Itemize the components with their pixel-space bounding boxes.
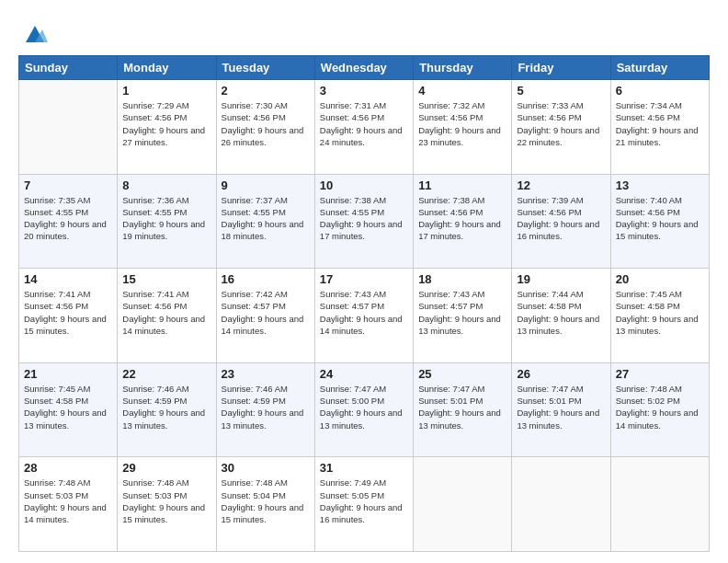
- day-info: Sunrise: 7:41 AMSunset: 4:56 PMDaylight:…: [122, 288, 210, 337]
- logo: [18, 20, 48, 46]
- day-info: Sunrise: 7:45 AMSunset: 4:58 PMDaylight:…: [24, 383, 112, 431]
- day-cell: 30Sunrise: 7:48 AMSunset: 5:04 PMDayligh…: [216, 457, 314, 552]
- day-cell: 2Sunrise: 7:30 AMSunset: 4:56 PMDaylight…: [216, 80, 314, 175]
- day-info: Sunrise: 7:45 AMSunset: 4:58 PMDaylight:…: [616, 288, 704, 337]
- day-info: Sunrise: 7:44 AMSunset: 4:58 PMDaylight:…: [517, 288, 605, 337]
- day-info: Sunrise: 7:43 AMSunset: 4:57 PMDaylight:…: [418, 288, 506, 337]
- day-number: 23: [222, 367, 310, 381]
- day-cell: 18Sunrise: 7:43 AMSunset: 4:57 PMDayligh…: [414, 269, 512, 363]
- day-info: Sunrise: 7:32 AMSunset: 4:56 PMDaylight:…: [418, 99, 506, 148]
- day-cell: [512, 457, 610, 552]
- day-info: Sunrise: 7:48 AMSunset: 5:02 PMDaylight:…: [616, 383, 704, 431]
- day-info: Sunrise: 7:37 AMSunset: 4:55 PMDaylight:…: [222, 194, 310, 243]
- week-row-4: 21Sunrise: 7:45 AMSunset: 4:58 PMDayligh…: [19, 362, 710, 457]
- day-number: 6: [616, 84, 704, 98]
- day-number: 13: [616, 178, 704, 192]
- day-number: 5: [517, 84, 605, 98]
- week-row-5: 28Sunrise: 7:48 AMSunset: 5:03 PMDayligh…: [19, 457, 710, 552]
- day-number: 1: [122, 84, 210, 98]
- weekday-header-thursday: Thursday: [414, 56, 512, 80]
- day-number: 21: [24, 367, 112, 381]
- week-row-1: 1Sunrise: 7:29 AMSunset: 4:56 PMDaylight…: [19, 80, 710, 175]
- logo-icon: [22, 20, 48, 46]
- weekday-header-sunday: Sunday: [19, 56, 118, 80]
- day-cell: 12Sunrise: 7:39 AMSunset: 4:56 PMDayligh…: [512, 174, 610, 269]
- day-number: 20: [616, 272, 704, 286]
- day-info: Sunrise: 7:43 AMSunset: 4:57 PMDaylight:…: [320, 288, 408, 337]
- day-cell: 22Sunrise: 7:46 AMSunset: 4:59 PMDayligh…: [118, 362, 216, 457]
- header: [18, 17, 710, 46]
- day-cell: 24Sunrise: 7:47 AMSunset: 5:00 PMDayligh…: [314, 362, 413, 457]
- day-info: Sunrise: 7:36 AMSunset: 4:55 PMDaylight:…: [122, 194, 210, 243]
- day-number: 25: [418, 367, 506, 381]
- day-number: 10: [320, 178, 408, 192]
- day-info: Sunrise: 7:47 AMSunset: 5:01 PMDaylight:…: [418, 383, 506, 431]
- week-row-2: 7Sunrise: 7:35 AMSunset: 4:55 PMDaylight…: [19, 174, 710, 269]
- day-number: 12: [517, 178, 605, 192]
- day-cell: 16Sunrise: 7:42 AMSunset: 4:57 PMDayligh…: [216, 269, 314, 363]
- day-number: 31: [320, 461, 408, 475]
- day-info: Sunrise: 7:46 AMSunset: 4:59 PMDaylight:…: [122, 383, 210, 431]
- day-cell: 26Sunrise: 7:47 AMSunset: 5:01 PMDayligh…: [512, 362, 610, 457]
- day-cell: 25Sunrise: 7:47 AMSunset: 5:01 PMDayligh…: [414, 362, 512, 457]
- calendar: SundayMondayTuesdayWednesdayThursdayFrid…: [18, 55, 710, 552]
- day-cell: 20Sunrise: 7:45 AMSunset: 4:58 PMDayligh…: [610, 269, 709, 363]
- day-cell: 4Sunrise: 7:32 AMSunset: 4:56 PMDaylight…: [414, 80, 512, 175]
- day-info: Sunrise: 7:48 AMSunset: 5:04 PMDaylight:…: [222, 477, 310, 525]
- day-cell: 7Sunrise: 7:35 AMSunset: 4:55 PMDaylight…: [19, 174, 118, 269]
- day-number: 16: [222, 272, 310, 286]
- day-number: 24: [320, 367, 408, 381]
- day-cell: 5Sunrise: 7:33 AMSunset: 4:56 PMDaylight…: [512, 80, 610, 175]
- weekday-header-saturday: Saturday: [610, 56, 709, 80]
- day-info: Sunrise: 7:48 AMSunset: 5:03 PMDaylight:…: [122, 477, 210, 525]
- day-cell: 6Sunrise: 7:34 AMSunset: 4:56 PMDaylight…: [610, 80, 709, 175]
- week-row-3: 14Sunrise: 7:41 AMSunset: 4:56 PMDayligh…: [19, 269, 710, 363]
- day-cell: 13Sunrise: 7:40 AMSunset: 4:56 PMDayligh…: [610, 174, 709, 269]
- day-number: 26: [517, 367, 605, 381]
- day-info: Sunrise: 7:48 AMSunset: 5:03 PMDaylight:…: [24, 477, 112, 525]
- day-info: Sunrise: 7:29 AMSunset: 4:56 PMDaylight:…: [122, 99, 210, 148]
- day-cell: 19Sunrise: 7:44 AMSunset: 4:58 PMDayligh…: [512, 269, 610, 363]
- day-cell: 15Sunrise: 7:41 AMSunset: 4:56 PMDayligh…: [118, 269, 216, 363]
- day-number: 9: [222, 178, 310, 192]
- day-info: Sunrise: 7:33 AMSunset: 4:56 PMDaylight:…: [517, 99, 605, 148]
- day-cell: [414, 457, 512, 552]
- day-number: 22: [122, 367, 210, 381]
- weekday-header-wednesday: Wednesday: [314, 56, 413, 80]
- day-info: Sunrise: 7:40 AMSunset: 4:56 PMDaylight:…: [616, 194, 704, 243]
- day-info: Sunrise: 7:30 AMSunset: 4:56 PMDaylight:…: [222, 99, 310, 148]
- day-number: 27: [616, 367, 704, 381]
- day-number: 30: [222, 461, 310, 475]
- day-info: Sunrise: 7:41 AMSunset: 4:56 PMDaylight:…: [24, 288, 112, 337]
- day-number: 19: [517, 272, 605, 286]
- day-cell: 17Sunrise: 7:43 AMSunset: 4:57 PMDayligh…: [314, 269, 413, 363]
- day-info: Sunrise: 7:42 AMSunset: 4:57 PMDaylight:…: [222, 288, 310, 337]
- day-cell: 9Sunrise: 7:37 AMSunset: 4:55 PMDaylight…: [216, 174, 314, 269]
- day-cell: 29Sunrise: 7:48 AMSunset: 5:03 PMDayligh…: [118, 457, 216, 552]
- day-number: 18: [418, 272, 506, 286]
- day-number: 3: [320, 84, 408, 98]
- day-info: Sunrise: 7:31 AMSunset: 4:56 PMDaylight:…: [320, 99, 408, 148]
- day-cell: 31Sunrise: 7:49 AMSunset: 5:05 PMDayligh…: [314, 457, 413, 552]
- day-cell: 14Sunrise: 7:41 AMSunset: 4:56 PMDayligh…: [19, 269, 118, 363]
- day-cell: 23Sunrise: 7:46 AMSunset: 4:59 PMDayligh…: [216, 362, 314, 457]
- day-info: Sunrise: 7:47 AMSunset: 5:01 PMDaylight:…: [517, 383, 605, 431]
- day-number: 7: [24, 178, 112, 192]
- day-cell: 1Sunrise: 7:29 AMSunset: 4:56 PMDaylight…: [118, 80, 216, 175]
- day-cell: 10Sunrise: 7:38 AMSunset: 4:55 PMDayligh…: [314, 174, 413, 269]
- day-number: 15: [122, 272, 210, 286]
- day-number: 28: [24, 461, 112, 475]
- day-info: Sunrise: 7:46 AMSunset: 4:59 PMDaylight:…: [222, 383, 310, 431]
- day-cell: 8Sunrise: 7:36 AMSunset: 4:55 PMDaylight…: [118, 174, 216, 269]
- day-number: 4: [418, 84, 506, 98]
- day-info: Sunrise: 7:39 AMSunset: 4:56 PMDaylight:…: [517, 194, 605, 243]
- day-cell: 3Sunrise: 7:31 AMSunset: 4:56 PMDaylight…: [314, 80, 413, 175]
- day-number: 11: [418, 178, 506, 192]
- weekday-header-friday: Friday: [512, 56, 610, 80]
- weekday-header-tuesday: Tuesday: [216, 56, 314, 80]
- day-cell: [19, 80, 118, 175]
- day-info: Sunrise: 7:49 AMSunset: 5:05 PMDaylight:…: [320, 477, 408, 525]
- day-info: Sunrise: 7:35 AMSunset: 4:55 PMDaylight:…: [24, 194, 112, 243]
- day-info: Sunrise: 7:38 AMSunset: 4:56 PMDaylight:…: [418, 194, 506, 243]
- page: SundayMondayTuesdayWednesdayThursdayFrid…: [0, 0, 728, 563]
